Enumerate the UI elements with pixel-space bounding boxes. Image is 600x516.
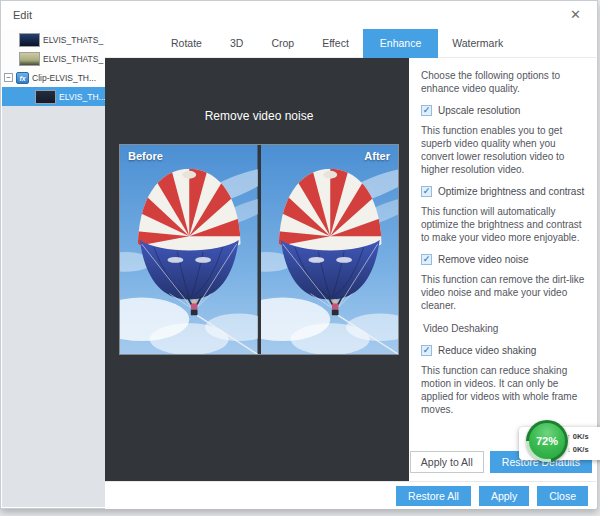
video-thumbnail (19, 52, 40, 66)
download-speed-row: ↓0K/s (567, 443, 589, 456)
clip-group-label: Clip-ELVIS_TH... (32, 73, 96, 83)
before-label: Before (128, 150, 163, 162)
checkbox-checked-icon[interactable]: ✓ (421, 105, 432, 116)
checkbox-checked-icon[interactable]: ✓ (421, 254, 432, 265)
close-icon[interactable]: ✕ (570, 8, 581, 22)
progress-badge[interactable]: 72% (526, 420, 568, 462)
sidebar-item-video-2[interactable]: ELVIS_THATS_ (2, 49, 105, 68)
option-description: This function can remove the dirt-like v… (421, 273, 588, 312)
preview-title: Remove video noise (119, 109, 399, 123)
clip-thumbnail (35, 90, 56, 104)
sidebar-item-video-1[interactable]: ELVIS_THATS_ (2, 30, 105, 49)
option-description: This function can reduce shaking motion … (421, 364, 588, 416)
tab-effect[interactable]: Effect (308, 29, 363, 58)
tab-enhance[interactable]: Enhance (363, 29, 438, 58)
video-label: ELVIS_THATS_ (43, 35, 103, 45)
edit-dialog: Edit ✕ ELVIS_THATS_ ELVIS_THATS_ − fx Cl… (0, 0, 598, 509)
tab-rotate[interactable]: Rotate (157, 29, 216, 58)
after-label: After (364, 150, 390, 162)
apply-button[interactable]: Apply (479, 486, 529, 506)
speed-stats: ↑0K/s ↓0K/s (567, 430, 589, 456)
tab-bar: Rotate 3D Crop Effect Enhance Watermark (105, 29, 596, 58)
tab-3d[interactable]: 3D (216, 29, 257, 58)
download-speed-value: 0K/s (573, 445, 589, 454)
option-reduce-shaking[interactable]: ✓ Reduce video shaking (421, 344, 588, 357)
preview-area: Remove video noise (105, 58, 409, 481)
checkbox-checked-icon[interactable]: ✓ (421, 186, 432, 197)
parasail-scene (261, 145, 399, 354)
before-after-compare: Before (119, 144, 399, 355)
checkbox-checked-icon[interactable]: ✓ (421, 345, 432, 356)
option-upscale-resolution[interactable]: ✓ Upscale resolution (421, 104, 588, 117)
media-sidebar: ELVIS_THATS_ ELVIS_THATS_ − fx Clip-ELVI… (2, 29, 105, 507)
option-description: This function will automatically optimiz… (421, 205, 588, 244)
apply-to-all-button[interactable]: Apply to All (410, 451, 484, 473)
sidebar-item-clip-selected[interactable]: ELVIS_TH... (2, 87, 105, 106)
close-button[interactable]: Close (537, 486, 588, 506)
dialog-footer: Restore All Apply Close (105, 481, 596, 509)
tab-watermark[interactable]: Watermark (438, 29, 517, 58)
upload-speed-row: ↑0K/s (567, 430, 589, 443)
download-arrow-icon: ↓ (567, 445, 571, 454)
progress-percent: 72% (529, 423, 565, 459)
clip-label: ELVIS_TH... (59, 92, 105, 102)
after-image: After (261, 145, 399, 354)
collapse-icon[interactable]: − (4, 73, 13, 82)
option-description: This function enables you to get superb … (421, 124, 588, 176)
upload-speed-value: 0K/s (573, 432, 589, 441)
restore-all-button[interactable]: Restore All (396, 486, 471, 506)
clip-icon: fx (16, 72, 29, 84)
media-tree: ELVIS_THATS_ ELVIS_THATS_ − fx Clip-ELVI… (2, 29, 105, 106)
option-remove-noise[interactable]: ✓ Remove video noise (421, 253, 588, 266)
option-optimize-brightness[interactable]: ✓ Optimize brightness and contrast (421, 185, 588, 198)
video-label: ELVIS_THATS_ (43, 54, 103, 64)
video-thumbnail (19, 33, 40, 47)
deshaking-section-title: Video Deshaking (423, 322, 588, 335)
parasail-scene (120, 145, 258, 354)
intro-text: Choose the following options to enhance … (421, 69, 588, 95)
screen: Edit ✕ ELVIS_THATS_ ELVIS_THATS_ − fx Cl… (0, 0, 600, 516)
before-image: Before (120, 145, 258, 354)
enhance-options-panel: Choose the following options to enhance … (409, 58, 596, 481)
tab-crop[interactable]: Crop (257, 29, 308, 58)
dialog-title: Edit (13, 9, 32, 21)
sidebar-item-clip-group[interactable]: − fx Clip-ELVIS_TH... (2, 68, 105, 87)
title-bar: Edit ✕ (1, 1, 597, 29)
